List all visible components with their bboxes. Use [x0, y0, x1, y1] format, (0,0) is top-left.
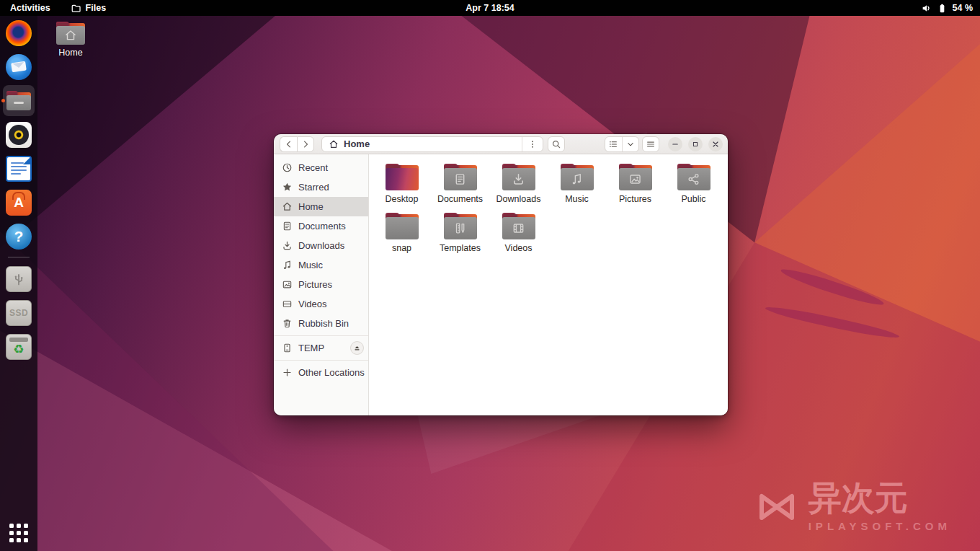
- minimize-button[interactable]: [668, 137, 682, 151]
- music-note-icon: [282, 260, 293, 270]
- maximize-icon: [691, 140, 700, 149]
- downloads-folder-icon: [502, 164, 535, 190]
- public-folder-icon: [677, 164, 710, 190]
- sidebar-item-recent[interactable]: Recent: [274, 158, 368, 177]
- file-item-music[interactable]: Music: [548, 164, 606, 213]
- drive-bar: [9, 338, 28, 342]
- dock-item-ubuntu-software[interactable]: A: [1, 185, 36, 219]
- clock[interactable]: Apr 7 18:54: [0, 3, 980, 13]
- file-item-desktop[interactable]: Desktop: [373, 164, 431, 213]
- file-item-videos[interactable]: Videos: [489, 213, 548, 262]
- gnome-top-bar: Activities Files Apr 7 18:54 54 %: [0, 0, 980, 16]
- nav-buttons: [280, 136, 314, 152]
- file-view[interactable]: Desktop Documents Downloads Music: [369, 154, 728, 415]
- file-item-pictures[interactable]: Pictures: [606, 164, 664, 213]
- location-menu-button[interactable]: [522, 137, 543, 151]
- sidebar-item-home[interactable]: Home: [274, 197, 368, 216]
- libreoffice-writer-icon: [6, 156, 32, 182]
- system-status-area[interactable]: 54 %: [921, 3, 980, 14]
- file-item-public[interactable]: Public: [664, 164, 723, 213]
- headerbar[interactable]: Home: [274, 134, 728, 154]
- home-icon: [282, 201, 293, 212]
- activities-button[interactable]: Activities: [10, 3, 50, 13]
- template-glyph-icon: [453, 221, 467, 235]
- watermark-domain: IPLAYSOFT.COM: [808, 520, 951, 532]
- clock-icon: [282, 162, 293, 173]
- sidebar-item-videos[interactable]: Videos: [274, 294, 368, 314]
- list-view-button[interactable]: [605, 137, 623, 151]
- file-item-downloads[interactable]: Downloads: [489, 164, 548, 213]
- hamburger-icon: [646, 139, 656, 149]
- file-label: Public: [681, 194, 705, 204]
- sidebar-item-downloads[interactable]: Downloads: [274, 236, 368, 255]
- watermark: 异次元 IPLAYSOFT.COM: [757, 481, 951, 532]
- sidebar-item-label: Other Locations: [298, 367, 365, 378]
- download-glyph-icon: [512, 172, 525, 186]
- sidebar-item-music[interactable]: Music: [274, 255, 368, 275]
- close-icon: [710, 139, 721, 149]
- dock-item-usb-drive[interactable]: [1, 262, 36, 296]
- path-bar-group: Home: [321, 136, 543, 152]
- dock-item-recycle-drive[interactable]: ♻: [1, 330, 36, 363]
- eject-icon: [353, 344, 361, 352]
- sidebar-item-label: Recent: [298, 162, 328, 173]
- plus-icon: [282, 367, 293, 378]
- path-bar[interactable]: Home: [322, 137, 522, 151]
- sidebar-item-label: Downloads: [298, 240, 344, 251]
- sidebar-item-other-locations[interactable]: Other Locations: [274, 363, 368, 382]
- dock-item-app-grid[interactable]: [1, 524, 36, 551]
- templates-folder-icon: [444, 213, 477, 239]
- sidebar-item-starred[interactable]: Starred: [274, 177, 368, 197]
- maximize-button[interactable]: [688, 137, 703, 151]
- firefox-icon: [6, 20, 32, 46]
- file-item-snap[interactable]: snap: [373, 213, 431, 262]
- sidebar: Recent Starred Home Documents Downloads: [274, 154, 369, 415]
- pictures-folder-icon: [619, 164, 652, 190]
- main-menu-button[interactable]: [642, 136, 659, 152]
- dock-item-firefox[interactable]: [1, 16, 36, 50]
- recycle-drive-icon: ♻: [6, 334, 32, 360]
- view-options-button[interactable]: [622, 137, 638, 151]
- file-label: snap: [392, 243, 411, 253]
- back-button[interactable]: [280, 136, 297, 152]
- battery-icon: [937, 3, 948, 14]
- dock-item-thunderbird[interactable]: [1, 50, 36, 84]
- file-item-templates[interactable]: Templates: [431, 213, 489, 262]
- window-controls: [668, 137, 723, 151]
- file-label: Pictures: [619, 194, 651, 204]
- eject-button[interactable]: [350, 341, 364, 355]
- download-icon: [282, 240, 293, 251]
- files-icon: [6, 91, 31, 110]
- file-item-documents[interactable]: Documents: [431, 164, 489, 213]
- sidebar-item-rubbish-bin[interactable]: Rubbish Bin: [274, 314, 368, 333]
- sidebar-item-label: Home: [298, 201, 324, 212]
- document-glyph-icon: [453, 172, 467, 186]
- film-glyph-icon: [512, 221, 525, 235]
- dock-item-ssd-drive[interactable]: SSD: [1, 296, 36, 330]
- forward-button[interactable]: [297, 136, 314, 152]
- file-grid: Desktop Documents Downloads Music: [373, 164, 728, 262]
- sidebar-item-label: Documents: [298, 221, 346, 232]
- sidebar-item-label: Rubbish Bin: [298, 318, 349, 329]
- dock: A ? SSD ♻: [0, 16, 37, 551]
- home-folder-icon: [56, 22, 85, 45]
- desktop-home-shortcut[interactable]: Home: [52, 22, 89, 58]
- close-button[interactable]: [708, 137, 723, 151]
- sidebar-item-documents[interactable]: Documents: [274, 216, 368, 236]
- dock-item-rhythmbox[interactable]: [1, 118, 36, 151]
- chevron-down-icon: [626, 140, 635, 149]
- dock-item-files[interactable]: [1, 84, 36, 118]
- search-button[interactable]: [548, 136, 565, 152]
- file-label: Music: [565, 194, 589, 204]
- sidebar-item-pictures[interactable]: Pictures: [274, 275, 368, 294]
- dock-item-libreoffice-writer[interactable]: [1, 151, 36, 185]
- share-glyph-icon: [687, 172, 700, 186]
- thunderbird-icon: [6, 54, 32, 80]
- sidebar-item-temp[interactable]: TEMP: [274, 338, 368, 358]
- photo-icon: [282, 279, 293, 290]
- dock-item-help[interactable]: ?: [1, 219, 36, 253]
- music-glyph-icon: [570, 172, 584, 186]
- sidebar-item-label: Videos: [298, 299, 327, 309]
- app-menu[interactable]: Files: [71, 3, 107, 14]
- rhythmbox-icon: [6, 122, 32, 148]
